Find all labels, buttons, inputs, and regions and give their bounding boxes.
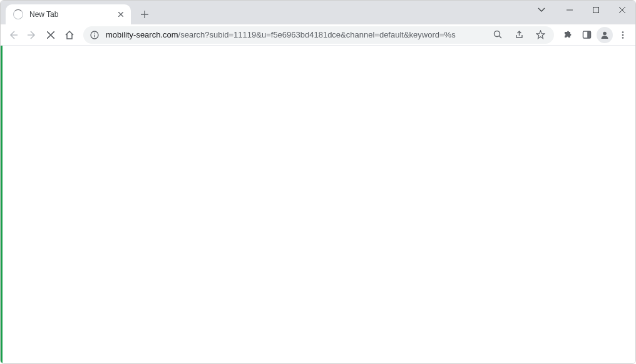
- window-close-button[interactable]: [609, 1, 635, 19]
- minimize-icon: [567, 7, 573, 13]
- new-tab-button[interactable]: [136, 6, 153, 23]
- star-icon: [536, 30, 545, 39]
- svg-point-9: [622, 37, 624, 39]
- search-tabs-button[interactable]: [531, 1, 551, 19]
- more-vertical-icon: [618, 31, 627, 39]
- svg-rect-0: [593, 8, 599, 13]
- site-info-button[interactable]: [90, 30, 100, 40]
- back-button[interactable]: [4, 26, 22, 44]
- arrow-left-icon: [8, 30, 18, 40]
- svg-rect-5: [588, 31, 591, 38]
- url-path: /search?subid=11119&u=f5e6963bd4181dce&c…: [178, 30, 456, 39]
- share-icon: [515, 30, 524, 39]
- zoom-icon: [493, 30, 503, 39]
- page-content: [1, 46, 635, 364]
- chevron-down-icon: [538, 8, 545, 13]
- zoom-button[interactable]: [490, 28, 505, 43]
- extensions-button[interactable]: [559, 26, 577, 44]
- svg-point-6: [603, 31, 607, 35]
- address-bar[interactable]: mobility-search.com/search?subid=11119&u…: [83, 26, 554, 44]
- profile-button[interactable]: [597, 27, 613, 43]
- arrow-right-icon: [27, 30, 37, 40]
- forward-button[interactable]: [23, 26, 41, 44]
- toolbar: mobility-search.com/search?subid=11119&u…: [1, 24, 635, 46]
- home-icon: [64, 30, 74, 40]
- svg-point-3: [494, 31, 500, 37]
- menu-button[interactable]: [614, 26, 632, 44]
- url-domain: mobility-search.com: [106, 30, 178, 39]
- share-button[interactable]: [511, 28, 526, 43]
- window-controls: [531, 1, 635, 24]
- loading-spinner-icon: [13, 9, 23, 19]
- svg-point-7: [622, 31, 624, 33]
- maximize-icon: [593, 7, 599, 13]
- url-text: mobility-search.com/search?subid=11119&u…: [106, 30, 484, 39]
- svg-point-8: [622, 34, 624, 36]
- tab-title: New Tab: [29, 10, 116, 19]
- bookmark-button[interactable]: [533, 28, 548, 43]
- browser-tab[interactable]: New Tab: [6, 4, 131, 24]
- close-icon: [118, 12, 123, 17]
- titlebar: New Tab: [1, 1, 635, 24]
- stop-button[interactable]: [42, 26, 59, 44]
- person-icon: [600, 30, 610, 40]
- close-icon: [47, 31, 54, 39]
- home-button[interactable]: [61, 26, 78, 44]
- side-panel-button[interactable]: [578, 26, 595, 44]
- tab-close-button[interactable]: [116, 9, 126, 19]
- puzzle-icon: [563, 30, 573, 40]
- maximize-button[interactable]: [583, 1, 609, 19]
- minimize-button[interactable]: [556, 1, 583, 19]
- close-icon: [619, 7, 625, 13]
- svg-point-2: [94, 33, 95, 34]
- plus-icon: [141, 11, 148, 18]
- info-icon: [90, 31, 99, 39]
- panel-icon: [582, 30, 592, 39]
